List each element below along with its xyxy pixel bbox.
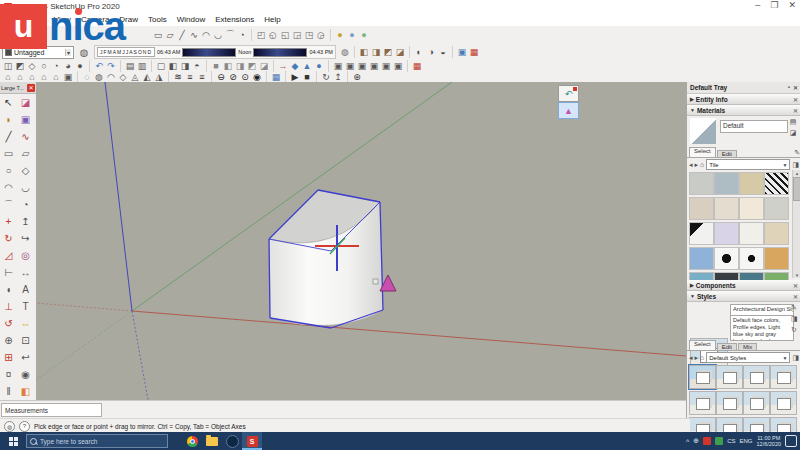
three-point-arc-tool-icon[interactable]: ⌒ (0, 196, 17, 213)
tray-chevron-up-icon[interactable]: ^ (686, 438, 689, 445)
section-close-icon[interactable]: ✕ (793, 293, 798, 300)
home-icon[interactable]: ⌂ (700, 161, 704, 168)
rotated-rectangle-icon[interactable]: ▱ (164, 28, 176, 41)
materials-tab-edit[interactable]: Edit (717, 150, 737, 157)
materials-collection-dropdown[interactable]: Tile ▼ (706, 159, 790, 170)
taskbar-messenger-app[interactable] (222, 432, 242, 450)
rotate-tool-icon[interactable]: ↻ (0, 230, 17, 247)
material-swatch[interactable] (739, 172, 764, 195)
rectangle-tool-icon[interactable]: ▭ (152, 28, 164, 41)
style-thumbnail[interactable] (770, 391, 797, 415)
material-swatch[interactable] (714, 222, 739, 245)
section-close-icon[interactable]: ✕ (793, 107, 798, 114)
view-back-icon[interactable]: ▣ (380, 59, 392, 72)
dimension-icon[interactable]: ↔ (17, 264, 34, 281)
shadows-toggle-icon[interactable]: ◍ (339, 46, 351, 59)
union-icon[interactable]: ◱ (279, 28, 291, 41)
material-swatch[interactable] (689, 222, 714, 245)
close-button[interactable]: ✕ (788, 0, 796, 10)
start-button[interactable] (0, 432, 26, 450)
menu-extensions[interactable]: Extensions (210, 15, 259, 24)
style-thumbnail[interactable] (689, 365, 716, 389)
zoom-window-icon[interactable]: ⊡ (17, 332, 34, 349)
styles-tab-edit[interactable]: Edit (717, 343, 737, 350)
red-app-tray-icon[interactable] (703, 437, 711, 445)
style-thumbnail[interactable] (743, 391, 770, 415)
material-swatch[interactable] (764, 197, 789, 220)
line-tool-icon[interactable]: ╱ (176, 28, 188, 41)
view-left-icon[interactable]: ▣ (392, 59, 404, 72)
display-section-cuts-icon[interactable]: ◩ (382, 46, 394, 59)
zoom-tool-icon[interactable]: ⊕ (0, 332, 17, 349)
update-style-icon[interactable]: ↻ (791, 326, 798, 334)
material-swatch[interactable] (714, 247, 739, 270)
mirror-tool-button[interactable]: ↶ (558, 85, 579, 102)
display-section-fill-icon[interactable]: ◪ (394, 46, 406, 59)
add-location-icon[interactable]: ● (334, 28, 346, 41)
back-arrow-icon[interactable]: ◂ (689, 161, 693, 169)
zoom-extents-icon[interactable]: ⊞ (0, 349, 17, 366)
menu-help[interactable]: Help (259, 15, 285, 24)
material-swatch[interactable] (689, 247, 714, 270)
scale-tool-icon[interactable]: ◿ (0, 247, 17, 264)
secondary-pane-icon[interactable]: ◨ (792, 161, 799, 169)
two-point-arc-icon[interactable]: ◡ (212, 28, 224, 41)
section-close-icon[interactable]: ✕ (793, 96, 798, 103)
freehand-icon[interactable]: ∿ (188, 28, 200, 41)
trim-icon[interactable]: ◳ (303, 28, 315, 41)
shadow-time-slider-2[interactable] (253, 48, 307, 57)
follow-me-icon[interactable]: ↪ (17, 230, 34, 247)
subtract-icon[interactable]: ◲ (291, 28, 303, 41)
materials-tab-select[interactable]: Select (689, 147, 716, 157)
clock[interactable]: 11:00 PM 12/6/2020 (757, 435, 781, 447)
two-point-arc-tool-icon[interactable]: ◠ (0, 179, 17, 196)
line-icon[interactable]: ╱ (0, 128, 17, 145)
view-right-icon[interactable]: ▣ (368, 59, 380, 72)
circle-icon[interactable]: ○ (0, 162, 17, 179)
classifier-icon[interactable]: ▦ (411, 59, 423, 72)
outer-shell-icon[interactable]: ◰ (255, 28, 267, 41)
forward-arrow-icon[interactable]: ▸ (695, 354, 699, 362)
materials-section[interactable]: ▼ Materials ✕ (687, 105, 800, 116)
three-point-arc-icon[interactable]: ⌒ (224, 28, 236, 41)
look-around-icon[interactable]: ◉ (17, 366, 34, 383)
material-swatch[interactable] (739, 247, 764, 270)
style-thumbnail[interactable] (716, 365, 743, 389)
shadow-time-slider[interactable] (182, 48, 236, 57)
material-swatch[interactable] (714, 197, 739, 220)
tray-cs-label[interactable]: CS (727, 438, 735, 444)
style-pane-icon[interactable]: ◨ (791, 315, 798, 323)
display-section-planes-icon[interactable]: ◨ (370, 46, 382, 59)
styles-collection-dropdown[interactable]: Default Styles ▼ (706, 352, 790, 363)
walk-tool-icon[interactable]: ‖ (0, 383, 17, 400)
generate-report-icon[interactable]: ▦ (468, 46, 480, 59)
select-tool-icon[interactable]: ↖ (0, 94, 17, 111)
taskbar-chrome[interactable] (182, 432, 202, 450)
freehand-line-icon[interactable]: ∿ (17, 128, 34, 145)
intersect-icon[interactable]: ◵ (267, 28, 279, 41)
entity-info-section[interactable]: ▶ Entity Info ✕ (687, 94, 800, 105)
layout-icon[interactable]: ▣ (456, 46, 468, 59)
taskbar-file-explorer[interactable] (202, 432, 222, 450)
pie-icon[interactable]: ◔ (236, 28, 248, 41)
style-thumbnail[interactable] (770, 365, 797, 389)
menu-tools[interactable]: Tools (143, 15, 172, 24)
scroll-up-icon[interactable]: ▴ (796, 170, 799, 176)
offset-tool-icon[interactable]: ◎ (17, 247, 34, 264)
tray-close-icon[interactable]: ✕ (793, 84, 798, 91)
3d-text-icon[interactable]: T (17, 298, 34, 315)
rectangle-icon[interactable]: ▭ (0, 145, 17, 162)
make-component-icon[interactable]: ▣ (17, 111, 34, 128)
pie-tool-icon[interactable]: ◔ (17, 196, 34, 213)
sample-style-icon[interactable]: ✎ (791, 304, 798, 312)
pan-tool-icon[interactable]: ⇔ (17, 315, 34, 332)
material-swatch[interactable] (689, 172, 714, 195)
tape-measure-icon[interactable]: ⊢ (0, 264, 17, 281)
secondary-pane-icon[interactable]: ◨ (792, 354, 799, 362)
material-swatch[interactable] (739, 222, 764, 245)
arc-icon[interactable]: ◠ (200, 28, 212, 41)
rotated-rectangle-tool-icon[interactable]: ▱ (17, 145, 34, 162)
network-icon[interactable]: ⊕ (693, 437, 699, 445)
material-swatch[interactable] (714, 172, 739, 195)
model-viewport[interactable]: ↶ ▲ (36, 82, 686, 400)
